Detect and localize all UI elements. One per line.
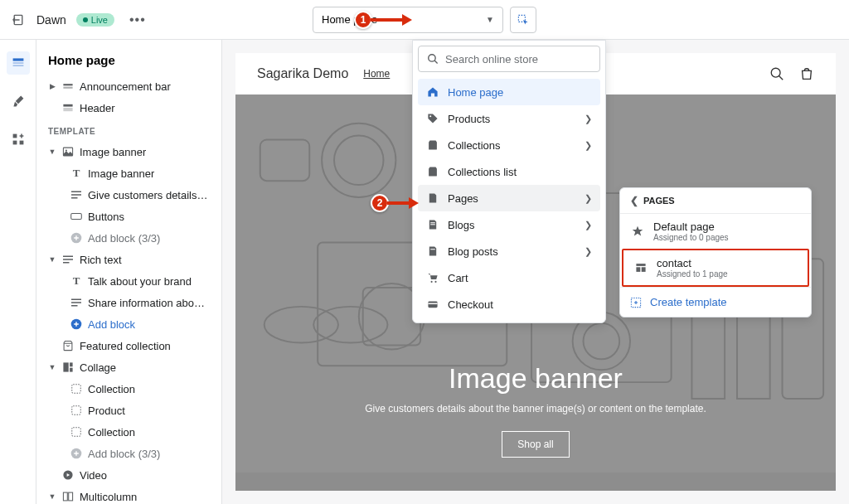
collection-list-icon bbox=[426, 165, 439, 178]
header-icon bbox=[61, 101, 75, 114]
svg-rect-16 bbox=[71, 197, 78, 199]
svg-rect-20 bbox=[63, 259, 73, 260]
section-multicolumn[interactable]: ▼ Multicolumn bbox=[36, 486, 221, 504]
svg-rect-21 bbox=[63, 262, 70, 264]
nav-home-link[interactable]: Home bbox=[363, 68, 390, 80]
dropdown-label: Pages bbox=[448, 192, 478, 205]
svg-rect-14 bbox=[71, 191, 81, 193]
svg-point-53 bbox=[429, 55, 435, 61]
dropdown-item-products[interactable]: Products ❯ bbox=[418, 105, 600, 132]
text-icon: T bbox=[70, 274, 83, 288]
section-featured-collection[interactable]: Featured collection bbox=[36, 335, 221, 356]
blog-icon bbox=[426, 218, 439, 231]
dropdown-search[interactable]: Search online store bbox=[418, 46, 600, 72]
add-block-image-banner[interactable]: Add block (3/3) bbox=[36, 227, 221, 249]
arrow-icon bbox=[387, 196, 420, 211]
svg-rect-23 bbox=[71, 302, 81, 303]
block-collage-collection-2[interactable]: Collection bbox=[36, 421, 221, 443]
create-template-label: Create template bbox=[650, 296, 727, 308]
section-announcement-bar[interactable]: ▶ Announcement bar bbox=[36, 75, 221, 97]
flyout-title: PAGES bbox=[643, 196, 675, 206]
paragraph-icon bbox=[70, 188, 83, 201]
create-template-link[interactable]: Create template bbox=[620, 287, 811, 317]
tree-label: Give customers details abou... bbox=[88, 189, 210, 201]
placeholder-icon bbox=[70, 382, 83, 395]
hero-cta-button[interactable]: Shop all bbox=[502, 431, 569, 458]
image-icon bbox=[61, 145, 75, 158]
search-icon[interactable] bbox=[769, 66, 784, 81]
store-icons bbox=[769, 66, 814, 81]
app-embeds-tool[interactable] bbox=[7, 128, 30, 151]
section-image-banner[interactable]: ▼ Image banner bbox=[36, 141, 221, 162]
block-collage-product[interactable]: Product bbox=[36, 400, 221, 421]
inspector-button[interactable] bbox=[510, 7, 536, 33]
svg-rect-3 bbox=[12, 62, 23, 64]
block-richtext-text[interactable]: Share information about yo... bbox=[36, 292, 221, 313]
add-block-collage[interactable]: Add block (3/3) bbox=[36, 443, 221, 464]
dropdown-item-home[interactable]: Home page bbox=[418, 79, 600, 105]
disclosure-icon: ▼ bbox=[48, 148, 56, 156]
block-richtext-heading[interactable]: T Talk about your brand bbox=[36, 270, 221, 292]
svg-rect-4 bbox=[12, 65, 23, 66]
plus-circle-icon bbox=[70, 317, 83, 331]
dropdown-label: Cart bbox=[448, 272, 468, 284]
section-collage[interactable]: ▼ Collage bbox=[36, 356, 221, 378]
flyout-item-default[interactable]: Default page Assigned to 0 pages bbox=[620, 214, 811, 249]
sidebar-title: Home page bbox=[36, 40, 221, 75]
dropdown-label: Collections list bbox=[448, 166, 517, 178]
flyout-item-contact[interactable]: contact Assigned to 1 page bbox=[622, 249, 809, 287]
svg-rect-11 bbox=[63, 108, 72, 111]
home-icon bbox=[426, 85, 439, 99]
chevron-right-icon: ❯ bbox=[585, 140, 592, 151]
cart-icon[interactable] bbox=[799, 66, 814, 81]
svg-rect-30 bbox=[72, 406, 81, 415]
tree-label: Talk about your brand bbox=[88, 275, 192, 288]
pages-flyout: ❮ PAGES Default page Assigned to 0 pages… bbox=[619, 187, 812, 317]
plus-circle-icon bbox=[70, 447, 83, 460]
flyout-header[interactable]: ❮ PAGES bbox=[620, 188, 811, 214]
svg-rect-28 bbox=[70, 368, 73, 372]
sections-tool[interactable] bbox=[7, 51, 30, 75]
add-block-richtext[interactable]: Add block bbox=[36, 313, 221, 335]
section-header[interactable]: Header bbox=[36, 97, 221, 119]
svg-rect-8 bbox=[63, 84, 72, 85]
tree-label: Add block bbox=[88, 318, 135, 331]
flyout-item-subtitle: Assigned to 1 page bbox=[657, 269, 728, 279]
block-collage-collection-1[interactable]: Collection bbox=[36, 378, 221, 400]
section-rich-text[interactable]: ▼ Rich text bbox=[36, 249, 221, 270]
tree-label: Collage bbox=[80, 361, 116, 374]
dropdown-item-collections[interactable]: Collections ❯ bbox=[418, 132, 600, 158]
annotation-badge: 1 bbox=[354, 11, 372, 29]
block-image-banner-buttons[interactable]: Buttons bbox=[36, 206, 221, 227]
annotation-badge: 2 bbox=[371, 194, 389, 212]
sections-icon bbox=[12, 56, 25, 70]
svg-point-37 bbox=[771, 68, 780, 77]
exit-button[interactable] bbox=[10, 12, 27, 28]
svg-rect-63 bbox=[636, 267, 640, 272]
chevron-left-icon: ❮ bbox=[630, 195, 638, 206]
tree-label: Add block (3/3) bbox=[88, 232, 160, 245]
flyout-item-title: contact bbox=[657, 257, 728, 269]
section-video[interactable]: Video bbox=[36, 464, 221, 486]
svg-rect-22 bbox=[71, 299, 81, 301]
dropdown-item-blogs[interactable]: Blogs ❯ bbox=[418, 211, 600, 238]
block-image-banner-heading[interactable]: T Image banner bbox=[36, 162, 221, 184]
svg-rect-17 bbox=[71, 214, 82, 220]
chevron-right-icon: ❯ bbox=[585, 193, 592, 204]
tree-label: Collection bbox=[88, 426, 135, 439]
svg-rect-24 bbox=[71, 305, 78, 307]
tree-label: Rich text bbox=[80, 254, 122, 266]
theme-settings-tool[interactable] bbox=[7, 90, 30, 113]
disclosure-icon: ▼ bbox=[48, 363, 56, 371]
dropdown-item-pages[interactable]: Pages ❯ bbox=[418, 185, 600, 211]
page-icon bbox=[426, 191, 439, 205]
dropdown-item-blog-posts[interactable]: Blog posts ❯ bbox=[418, 238, 600, 264]
collage-icon bbox=[61, 361, 75, 374]
dropdown-item-checkout[interactable]: Checkout bbox=[418, 291, 600, 317]
block-image-banner-text[interactable]: Give customers details abou... bbox=[36, 184, 221, 206]
topbar-center: Home page ▼ bbox=[313, 7, 536, 33]
tag-icon bbox=[426, 112, 439, 125]
dropdown-item-cart[interactable]: Cart bbox=[418, 264, 600, 291]
dropdown-item-collections-list[interactable]: Collections list bbox=[418, 158, 600, 185]
more-button[interactable]: ••• bbox=[124, 12, 151, 27]
